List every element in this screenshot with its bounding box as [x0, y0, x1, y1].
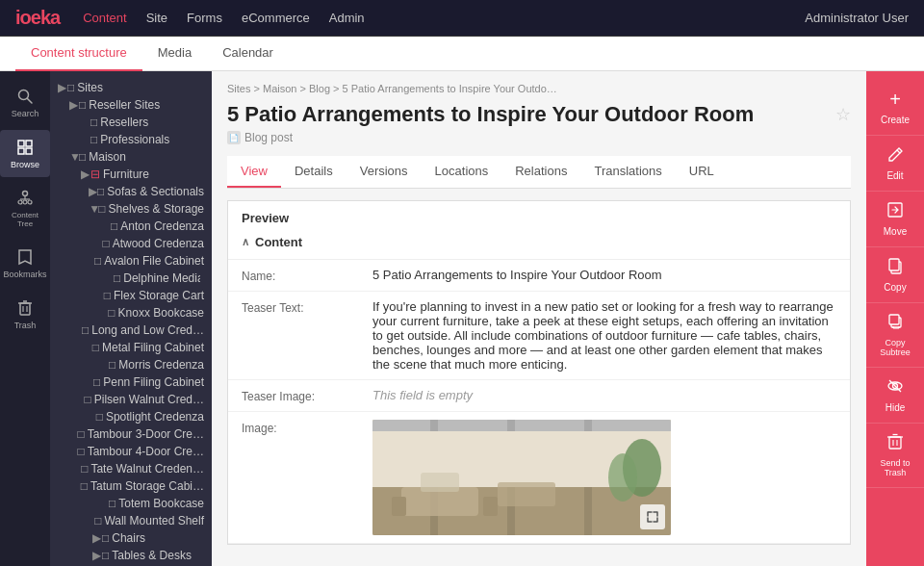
page-title: 5 Patio Arrangements to Inspire Your Out…	[227, 102, 754, 127]
tree-item-professionals[interactable]: □Professionals	[50, 131, 212, 148]
content-tabs: View Details Versions Locations Relation…	[227, 156, 851, 189]
sidebar-icon-content-tree[interactable]: Content Tree	[0, 181, 50, 236]
edit-label: Edit	[886, 170, 903, 181]
nav-forms[interactable]: Forms	[187, 7, 222, 29]
tree-item-tatum[interactable]: □Tatum Storage Cabi…	[50, 477, 212, 495]
tree-item-shelves[interactable]: ▼ □Shelves & Storage	[50, 200, 212, 218]
nav-site[interactable]: Site	[146, 7, 167, 29]
tree-label: Maison	[89, 150, 126, 164]
sidebar-icon-browse[interactable]: Browse	[0, 130, 50, 177]
tree-item-flex[interactable]: □Flex Storage Cart	[50, 287, 212, 304]
tab-url[interactable]: URL	[676, 156, 728, 188]
tree-item-pilsen[interactable]: □Pilsen Walnut Cred…	[50, 391, 212, 408]
content-type-badge: 📄 Blog post	[227, 131, 851, 144]
sidebar: Search Browse	[0, 71, 212, 566]
tree-label: Penn Filing Cabinet	[103, 375, 204, 389]
send-to-trash-label: Send to Trash	[870, 458, 920, 477]
nav-calendar[interactable]: Calendar	[207, 37, 289, 71]
hide-button[interactable]: Hide	[866, 368, 924, 424]
edit-button[interactable]: Edit	[866, 136, 924, 192]
tree-item-anton[interactable]: □Anton Credenza	[50, 218, 212, 235]
content-section-header[interactable]: ∧ Content	[228, 225, 850, 260]
tree-label: Anton Credenza	[120, 219, 204, 233]
main-layout: Search Browse	[0, 71, 924, 566]
tree-label: Long and Low Cred…	[91, 323, 204, 337]
tree-label: Tambour 4-Door Cre…	[88, 445, 204, 458]
hide-icon	[886, 377, 904, 399]
name-value: 5 Patio Arrangements to Inspire Your Out…	[372, 268, 836, 282]
tree-item-morris[interactable]: □Morris Credenza	[50, 356, 212, 373]
tree-label: Tatum Storage Cabi…	[90, 479, 204, 493]
nav-content-structure[interactable]: Content structure	[15, 37, 142, 71]
tree-item-resellers[interactable]: □Resellers	[50, 114, 212, 131]
breadcrumb: Sites > Maison > Blog > 5 Patio Arrangem…	[227, 83, 851, 94]
svg-rect-2	[18, 141, 24, 146]
tree-label: Totem Bookcase	[118, 497, 204, 510]
tab-relations[interactable]: Relations	[501, 156, 580, 188]
create-icon: +	[889, 89, 901, 111]
content-type-label: Blog post	[244, 131, 293, 144]
tree-item-sofas[interactable]: ▶ □Sofas & Sectionals	[50, 183, 212, 200]
sidebar-left: Search Browse	[0, 71, 212, 566]
tree-item-penn[interactable]: □Penn Filing Cabinet	[50, 373, 212, 391]
move-button[interactable]: Move	[866, 192, 924, 247]
svg-rect-29	[483, 497, 498, 516]
tree-item-wall[interactable]: □Wall Mounted Shelf	[50, 512, 212, 529]
tree-item-tables[interactable]: ▶ □Tables & Desks	[50, 547, 212, 564]
image-container	[372, 420, 836, 535]
create-button[interactable]: + Create	[866, 79, 924, 136]
user-menu[interactable]: Administrator User	[805, 11, 909, 25]
tree-item-delphine[interactable]: □Delphine Media Con…	[50, 270, 212, 287]
tree-item-totem[interactable]: □Totem Bookcase	[50, 495, 212, 512]
tree-item-metal[interactable]: □Metal Filing Cabinet	[50, 339, 212, 356]
content-panel: Preview ∧ Content Name: 5 Patio Arrangem…	[227, 200, 851, 545]
tree-panel: ▶ □ Sites ▶ □Reseller Sites □Resellers □…	[50, 71, 212, 566]
tab-translations[interactable]: Translations	[580, 156, 675, 188]
sidebar-icons: Search Browse	[0, 71, 50, 566]
nav-media[interactable]: Media	[142, 37, 207, 71]
tree-item-furniture[interactable]: ▶ ⊟Furniture	[50, 166, 212, 183]
sidebar-icon-bookmarks[interactable]: Bookmarks	[0, 240, 50, 287]
tab-locations[interactable]: Locations	[422, 156, 502, 188]
copy-button[interactable]: Copy	[866, 247, 924, 303]
tree-item-chairs[interactable]: ▶ □Chairs	[50, 529, 212, 547]
sidebar-icon-trash[interactable]: Trash	[0, 291, 50, 338]
tree-item-reseller-sites[interactable]: ▶ □Reseller Sites	[50, 96, 212, 114]
send-to-trash-button[interactable]: Send to Trash	[866, 424, 924, 488]
tree-item-avalon[interactable]: □Avalon File Cabinet	[50, 252, 212, 270]
tree-item-knoxx[interactable]: □Knoxx Bookcase	[50, 304, 212, 322]
breadcrumb-blog[interactable]: Blog	[309, 83, 330, 94]
svg-point-26	[608, 453, 637, 502]
tree-item-maison[interactable]: ▼ □Maison	[50, 148, 212, 166]
tab-view[interactable]: View	[227, 156, 281, 188]
sidebar-icon-search[interactable]: Search	[0, 79, 50, 126]
tree-item-long[interactable]: □Long and Low Cred…	[50, 322, 212, 339]
tree-item-tate[interactable]: □Tate Walnut Creden…	[50, 460, 212, 477]
tree-label: Professionals	[100, 133, 169, 146]
tree-item-spotlight[interactable]: □Spotlight Credenza	[50, 408, 212, 425]
tree-item-tambour4[interactable]: □Tambour 4-Door Cre…	[50, 443, 212, 460]
svg-point-6	[23, 192, 28, 196]
copy-subtree-button[interactable]: Copy Subtree	[866, 303, 924, 368]
main-content: Sites > Maison > Blog > 5 Patio Arrangem…	[212, 71, 866, 566]
breadcrumb-maison[interactable]: Maison	[263, 83, 296, 94]
trash-label: Trash	[14, 321, 37, 330]
arrow-icon: ▶	[58, 81, 67, 94]
tree-label: Sites	[77, 81, 103, 94]
nav-content[interactable]: Content	[83, 7, 127, 29]
image-expand-button[interactable]	[640, 504, 665, 529]
tab-versions[interactable]: Versions	[346, 156, 422, 188]
nav-admin[interactable]: Admin	[329, 7, 365, 29]
tab-details[interactable]: Details	[281, 156, 346, 188]
favorite-button[interactable]: ☆	[835, 104, 851, 125]
breadcrumb-sites[interactable]: Sites	[227, 83, 250, 94]
svg-rect-28	[392, 497, 406, 516]
nav-ecommerce[interactable]: eCommerce	[242, 7, 310, 29]
tree-item-sites[interactable]: ▶ □ Sites	[50, 79, 212, 96]
tree-label: Avalon File Cabinet	[104, 254, 204, 268]
teaser-image-label: Teaser Image:	[242, 388, 357, 403]
tree-label: Resellers	[100, 116, 148, 129]
tree-item-tambour3[interactable]: □Tambour 3-Door Cre…	[50, 425, 212, 443]
tree-item-atwood[interactable]: □Atwood Credenza	[50, 235, 212, 252]
tree-label: Pilsen Walnut Cred…	[94, 393, 204, 406]
